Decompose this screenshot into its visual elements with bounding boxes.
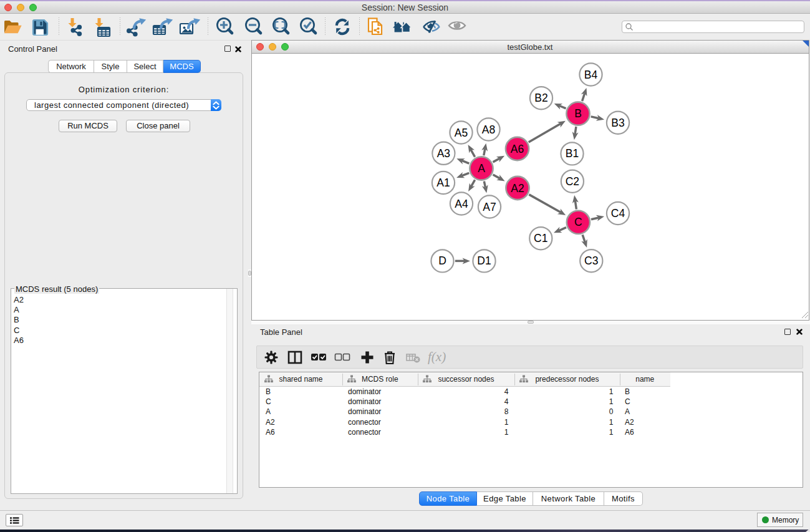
svg-text:A1: A1 bbox=[436, 177, 450, 189]
svg-text:B2: B2 bbox=[534, 92, 547, 104]
svg-text:D: D bbox=[438, 254, 446, 267]
svg-text:C3: C3 bbox=[584, 254, 598, 267]
svg-text:B1: B1 bbox=[566, 147, 579, 160]
svg-text:C4: C4 bbox=[611, 207, 625, 220]
svg-text:B3: B3 bbox=[611, 117, 624, 129]
svg-text:B: B bbox=[574, 107, 582, 120]
svg-text:D1: D1 bbox=[477, 254, 491, 267]
svg-text:A3: A3 bbox=[437, 147, 450, 160]
svg-text:A2: A2 bbox=[511, 182, 524, 195]
svg-text:A: A bbox=[478, 162, 485, 175]
svg-text:A7: A7 bbox=[483, 201, 496, 213]
svg-text:A8: A8 bbox=[482, 123, 495, 136]
svg-text:C1: C1 bbox=[534, 232, 547, 244]
svg-text:B4: B4 bbox=[584, 69, 598, 81]
svg-text:A5: A5 bbox=[455, 127, 468, 139]
svg-text:A6: A6 bbox=[511, 143, 524, 155]
svg-text:C2: C2 bbox=[566, 175, 579, 188]
svg-text:C: C bbox=[574, 216, 582, 228]
svg-text:A4: A4 bbox=[455, 198, 468, 210]
